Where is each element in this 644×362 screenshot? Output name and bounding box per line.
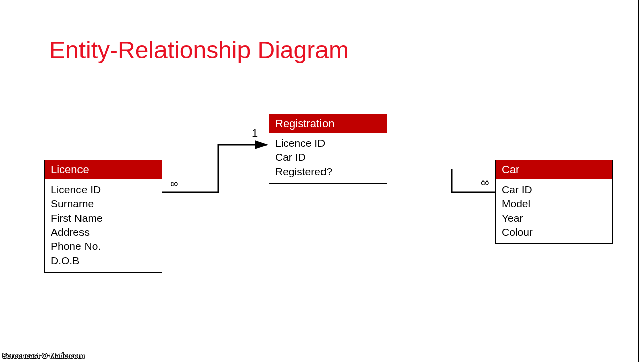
- entity-licence-field: First Name: [51, 211, 155, 225]
- entity-car-field: Colour: [502, 225, 606, 239]
- entity-car-header: Car: [496, 160, 612, 179]
- entity-registration: Registration Licence ID Car ID Registere…: [269, 114, 387, 184]
- slide-title: Entity-Relationship Diagram: [49, 36, 349, 64]
- entity-licence-body: Licence ID Surname First Name Address Ph…: [45, 179, 162, 272]
- entity-licence-header: Licence: [45, 160, 162, 179]
- entity-registration-header: Registration: [269, 114, 387, 133]
- entity-car-field: Year: [502, 211, 606, 225]
- entity-registration-field: Registered?: [275, 165, 381, 179]
- entity-car-body: Car ID Model Year Colour: [496, 179, 612, 243]
- entity-car-field: Car ID: [502, 183, 606, 197]
- watermark: Screencast-O-Matic.com: [2, 352, 84, 360]
- entity-car: Car Car ID Model Year Colour: [495, 160, 613, 244]
- entity-registration-field: Licence ID: [275, 136, 381, 150]
- entity-registration-field: Car ID: [275, 150, 381, 164]
- entity-licence-field: D.O.B: [51, 254, 155, 268]
- cardinality-car-side: ∞: [481, 176, 489, 189]
- entity-licence-field: Phone No.: [51, 239, 155, 253]
- slide-right-border: [638, 0, 639, 362]
- entity-licence-field: Address: [51, 225, 155, 239]
- entity-licence-field: Licence ID: [51, 183, 155, 197]
- entity-licence-field: Surname: [51, 197, 155, 211]
- entity-registration-body: Licence ID Car ID Registered?: [269, 133, 387, 183]
- cardinality-registration-side: 1: [252, 127, 258, 140]
- entity-licence: Licence Licence ID Surname First Name Ad…: [44, 160, 162, 273]
- cardinality-licence-side: ∞: [170, 177, 178, 190]
- entity-car-field: Model: [502, 197, 606, 211]
